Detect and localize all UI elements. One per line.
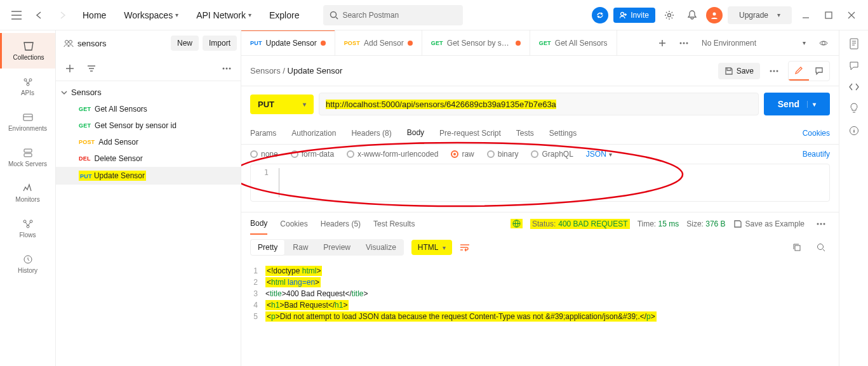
comments-icon[interactable] bbox=[849, 61, 859, 71]
tab[interactable]: GETGet All Sensors bbox=[530, 30, 617, 55]
history-icon bbox=[22, 254, 34, 265]
resp-tab-tests[interactable]: Test Results bbox=[373, 212, 415, 235]
tab-prerequest[interactable]: Pre-request Script bbox=[439, 122, 501, 144]
radio-formdata[interactable]: form-data bbox=[291, 150, 334, 159]
nav-flows[interactable]: Flows bbox=[0, 211, 55, 246]
resp-tab-headers[interactable]: Headers (5) bbox=[321, 212, 361, 235]
avatar[interactable] bbox=[706, 7, 723, 23]
save-button[interactable]: Save bbox=[718, 63, 760, 79]
copy-icon[interactable] bbox=[788, 239, 806, 256]
radio-binary[interactable]: binary bbox=[487, 150, 519, 159]
breadcrumb-row: Sensors / Update Sensor Save bbox=[241, 56, 839, 86]
nav-history[interactable]: History bbox=[0, 246, 55, 282]
tree-item[interactable]: DELDelete Sensor bbox=[56, 150, 241, 167]
add-icon[interactable] bbox=[61, 60, 79, 77]
workspace-name[interactable]: sensors bbox=[60, 39, 110, 48]
nav-monitors[interactable]: Monitors bbox=[0, 175, 55, 211]
beautify-link[interactable]: Beautify bbox=[803, 150, 830, 159]
raw-lang-select[interactable]: JSON▾ bbox=[586, 150, 612, 159]
new-button[interactable]: New bbox=[171, 36, 199, 51]
comment-icon[interactable] bbox=[809, 62, 829, 81]
upgrade-button[interactable]: Upgrade▾ bbox=[728, 6, 792, 24]
settings-icon[interactable] bbox=[660, 6, 678, 24]
tab[interactable]: GETGet Sensor by sens bbox=[422, 30, 530, 55]
back-icon[interactable] bbox=[30, 6, 48, 24]
crumb-more-icon[interactable] bbox=[765, 62, 783, 80]
env-quicklook-icon[interactable] bbox=[815, 34, 832, 52]
tree-item[interactable]: GETGet All Sensors bbox=[56, 101, 241, 117]
wrap-icon[interactable] bbox=[460, 243, 470, 252]
nav-explore[interactable]: Explore bbox=[263, 6, 305, 24]
minimize-icon[interactable] bbox=[797, 6, 815, 24]
svg-point-0 bbox=[331, 11, 337, 17]
radio-graphql[interactable]: GraphQL bbox=[531, 150, 573, 159]
lightbulb-icon[interactable] bbox=[850, 103, 858, 114]
invite-button[interactable]: Invite bbox=[613, 8, 655, 23]
radio-urlencoded[interactable]: x-www-form-urlencoded bbox=[347, 150, 438, 159]
hamburger-icon[interactable] bbox=[8, 6, 25, 24]
resp-tab-cookies[interactable]: Cookies bbox=[280, 212, 307, 235]
nav-workspaces[interactable]: Workspaces▾ bbox=[117, 6, 185, 24]
view-preview[interactable]: Preview bbox=[316, 239, 358, 256]
tree-item-active[interactable]: PUT Update Sensor bbox=[56, 167, 241, 185]
tab-body[interactable]: Body bbox=[407, 122, 424, 144]
more-icon[interactable] bbox=[218, 60, 236, 77]
info-icon[interactable] bbox=[849, 126, 859, 136]
tab[interactable]: PUTUpdate Sensor bbox=[241, 30, 335, 55]
save-example-button[interactable]: Save as Example bbox=[733, 219, 805, 228]
nav-home[interactable]: Home bbox=[76, 6, 112, 24]
tab-settings[interactable]: Settings bbox=[549, 122, 577, 144]
code-icon[interactable] bbox=[849, 82, 859, 91]
send-button[interactable]: Send▾ bbox=[764, 93, 830, 115]
nav-collections[interactable]: Collections bbox=[0, 33, 55, 69]
body-editor[interactable]: 1 bbox=[250, 164, 830, 202]
maximize-icon[interactable] bbox=[820, 6, 838, 24]
response-body[interactable]: 1<!doctype html> 2<html lang=en> 3<title… bbox=[241, 260, 839, 331]
cookies-link[interactable]: Cookies bbox=[803, 129, 830, 138]
environment-select[interactable]: No Environment▾ bbox=[697, 39, 811, 48]
svg-point-4 bbox=[712, 12, 716, 15]
view-visualize[interactable]: Visualize bbox=[358, 239, 404, 256]
notification-icon[interactable] bbox=[683, 6, 701, 24]
tab-headers[interactable]: Headers (8) bbox=[351, 122, 391, 144]
search-input[interactable]: Search Postman bbox=[323, 5, 463, 25]
tab[interactable]: POSTAdd Sensor bbox=[335, 30, 422, 55]
new-tab-icon[interactable] bbox=[653, 34, 671, 52]
svg-point-32 bbox=[824, 223, 825, 225]
resp-more-icon[interactable] bbox=[812, 215, 830, 233]
tab-authorization[interactable]: Authorization bbox=[291, 122, 336, 144]
response-lang-select[interactable]: HTML▾ bbox=[411, 240, 452, 255]
close-icon[interactable] bbox=[843, 6, 860, 24]
status-badge bbox=[511, 219, 523, 228]
nav-environments[interactable]: Environments bbox=[0, 104, 55, 140]
tree-item[interactable]: POSTAdd Sensor bbox=[56, 134, 241, 150]
nav-api-network[interactable]: API Network▾ bbox=[190, 6, 258, 24]
tree-folder[interactable]: Sensors bbox=[56, 84, 241, 101]
method-select[interactable]: PUT▾ bbox=[250, 95, 314, 114]
edit-icon[interactable] bbox=[789, 62, 809, 81]
tree-item[interactable]: GETGet Sensor by sensor id bbox=[56, 117, 241, 134]
view-raw[interactable]: Raw bbox=[285, 239, 316, 256]
radio-raw[interactable]: raw bbox=[451, 150, 474, 159]
nav-apis[interactable]: APIs bbox=[0, 69, 55, 104]
forward-icon[interactable] bbox=[53, 6, 71, 24]
left-panel: sensors New Import Sensors GETGet All Se… bbox=[56, 30, 241, 366]
status-text: Status: 400 BAD REQUEST bbox=[530, 219, 630, 229]
docs-icon[interactable] bbox=[849, 38, 859, 49]
breadcrumb[interactable]: Sensors / Update Sensor bbox=[250, 66, 342, 75]
svg-point-1 bbox=[621, 12, 624, 15]
view-pretty[interactable]: Pretty bbox=[250, 239, 285, 256]
tab-more-icon[interactable] bbox=[675, 34, 693, 52]
import-button[interactable]: Import bbox=[203, 36, 237, 51]
search-response-icon[interactable] bbox=[812, 239, 830, 256]
tab-params[interactable]: Params bbox=[250, 122, 276, 144]
nav-mock-servers[interactable]: Mock Servers bbox=[0, 140, 55, 175]
filter-icon[interactable] bbox=[83, 60, 100, 77]
tab-tests[interactable]: Tests bbox=[516, 122, 534, 144]
radio-none[interactable]: none bbox=[250, 150, 278, 159]
resp-tab-body[interactable]: Body bbox=[250, 212, 267, 235]
left-toolbar bbox=[56, 56, 241, 81]
monitors-icon bbox=[22, 183, 34, 193]
url-input[interactable]: http://localhost:5000/api/sensors/642668… bbox=[319, 93, 759, 115]
sync-icon[interactable] bbox=[592, 7, 608, 23]
